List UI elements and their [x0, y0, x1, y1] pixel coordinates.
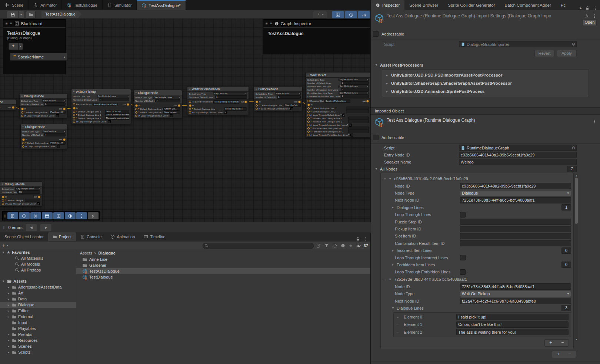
blackboard-field-speakername[interactable]: ❞ SpeakerName ‹: [10, 53, 68, 61]
node-text-field[interactable]: Cmon, don't be like this!: [105, 113, 129, 117]
graph-node-dialoguenode[interactable]: ≡DialogueNodeDefault Line TypeSay One Li…: [254, 86, 303, 111]
port-icon[interactable]: [2, 196, 4, 198]
remove-element-button[interactable]: −: [557, 340, 569, 346]
apply-button[interactable]: Apply: [557, 50, 577, 57]
text-field[interactable]: [460, 240, 571, 246]
expand-arrow-icon[interactable]: ▸: [7, 351, 10, 354]
port-icon[interactable]: [135, 104, 138, 107]
port-icon[interactable]: [189, 104, 191, 107]
tab-scene-object-locator[interactable]: Scene Object Locator: [0, 232, 48, 241]
prev-error-button[interactable]: ◀: [25, 224, 37, 231]
revert-button[interactable]: Revert: [534, 50, 554, 57]
script-object-field[interactable]: RuntimeDialogueGraph⊙: [459, 145, 577, 151]
file-item-annelise[interactable]: Anne Lise: [76, 256, 370, 262]
node-number-field[interactable]: 1: [215, 95, 247, 99]
toolbar-kebab-button[interactable]: [76, 212, 87, 219]
addressable-checkbox[interactable]: [373, 135, 379, 140]
node-checkbox[interactable]: ✓: [349, 124, 352, 127]
toggle-blackboard-button[interactable]: [332, 11, 344, 18]
open-search-window-icon[interactable]: [316, 243, 321, 248]
tree-folder-resources[interactable]: ▸Resources: [0, 337, 76, 343]
node-number-field[interactable]: -55: [17, 191, 40, 194]
port-icon[interactable]: [12, 106, 14, 109]
node-title-bar[interactable]: ≡DialogueNode: [254, 87, 302, 92]
tree-folder-scenes[interactable]: ▸Scenes: [0, 343, 76, 349]
node-text-field[interactable]: Psst boy... W: [49, 141, 66, 145]
drag-handle-icon[interactable]: ‖: [3, 214, 7, 218]
node-text-field[interactable]: Ohhhh yea...: [163, 107, 180, 111]
collapse-icon[interactable]: ▼: [270, 22, 273, 25]
eye-icon[interactable]: [356, 243, 361, 248]
text-field[interactable]: I said pick it up!: [456, 314, 569, 320]
text-field[interactable]: [460, 226, 571, 232]
port-icon[interactable]: [178, 104, 180, 107]
tab-scene[interactable]: Scene: [0, 0, 29, 10]
tab-testdialogue[interactable]: {}TestDialogue: [62, 0, 103, 10]
array-size-field[interactable]: 0: [561, 262, 571, 268]
drag-handle-icon[interactable]: =: [397, 330, 399, 334]
expand-arrow-icon[interactable]: ▸: [7, 333, 10, 336]
array-size-field[interactable]: 0: [561, 247, 571, 254]
collapse-icon[interactable]: ▼: [388, 278, 392, 281]
postprocessor-item[interactable]: ▸UnityEditor.U2D.Animation.SpritePostPro…: [382, 87, 589, 95]
inspector-tab-pc[interactable]: Pc: [556, 0, 570, 10]
port-icon[interactable]: [73, 107, 76, 109]
add-parameter-button[interactable]: +: [9, 43, 18, 50]
node-title-bar[interactable]: ≡DialogueNode: [20, 94, 67, 99]
graph-node-dialoguenode[interactable]: ≡DialogueNodeDefault Line TypeSay One Li…: [20, 124, 67, 149]
port-icon[interactable]: [38, 196, 40, 198]
node-text-field[interactable]: [348, 127, 369, 130]
node-title-bar[interactable]: ≡rtNode: [0, 100, 16, 105]
node-number-field[interactable]: 2: [155, 99, 180, 102]
expand-arrow-icon[interactable]: ▸: [391, 249, 395, 252]
port-icon[interactable]: [298, 101, 301, 103]
tab-simulator[interactable]: Simulator: [103, 0, 137, 10]
text-field[interactable]: [460, 219, 571, 225]
node-title-bar[interactable]: ≡DialogueNode: [21, 124, 67, 129]
node-entry-header[interactable]: =▼c93b5606-401f-49a2-99b5-9ecbf1fa9c29: [381, 175, 573, 182]
text-field[interactable]: The ass is waiting there for you!: [456, 329, 569, 335]
log-filter-icon[interactable]: [341, 243, 345, 248]
object-picker-icon[interactable]: ⊙: [572, 42, 575, 47]
object-field[interactable]: Bonfire (Pickup Item: [324, 100, 350, 103]
node-dropdown[interactable]: Say Multiple Lines: [153, 96, 180, 99]
scroll-up-icon[interactable]: ▲: [574, 174, 578, 177]
type-filter-icon[interactable]: [324, 243, 329, 248]
inspector-tab-batch-component-adder[interactable]: Batch Component Adder: [500, 0, 556, 10]
node-number-field[interactable]: 2: [341, 95, 369, 98]
expand-arrow-icon[interactable]: ▸: [385, 74, 389, 77]
port-icon[interactable]: [21, 108, 24, 110]
graph-node-dialoguenode[interactable]: ≡DialogueNodeDefault Line TypeSay Multip…: [133, 90, 182, 118]
collapse-icon[interactable]: ▼: [10, 22, 13, 25]
text-field[interactable]: c93b5606-401f-49a2-99b5-9ecbf1fa9c29: [459, 152, 577, 158]
node-number-field[interactable]: 2: [341, 88, 369, 91]
checkbox[interactable]: [460, 212, 466, 218]
node-dropdown[interactable]: Say One Line: [42, 99, 66, 102]
scrollbar-thumb[interactable]: [575, 178, 578, 224]
node-number-field[interactable]: 1: [44, 133, 66, 136]
drag-handle-icon[interactable]: =: [384, 277, 386, 281]
expand-arrow-icon[interactable]: ▼: [391, 306, 395, 310]
collapse-icon[interactable]: ▼: [1, 280, 5, 283]
add-parameter-caret[interactable]: ▾: [19, 43, 23, 50]
graph-node-waitoncombination[interactable]: ≡WaitOnCombinationDefault Line TypeSay O…: [187, 86, 249, 115]
array-size-field[interactable]: 1: [561, 204, 571, 210]
node-checkbox[interactable]: [108, 120, 111, 123]
toolbar-doc-button[interactable]: [7, 212, 18, 219]
node-dropdown[interactable]: Say One Line: [275, 92, 301, 95]
node-text-field[interactable]: [348, 117, 369, 120]
scroll-tabs-icon[interactable]: ▸: [580, 6, 582, 10]
graph-node-waitonslot[interactable]: ≡WaitOnSlotDefault Line TypeSay Multiple…: [306, 72, 370, 138]
port-icon[interactable]: [307, 104, 310, 106]
node-checkbox[interactable]: ✓: [37, 202, 40, 205]
tab-console[interactable]: Console: [76, 232, 106, 241]
toggle-graph-inspector-button[interactable]: [345, 11, 357, 18]
inspector-tab-inspector[interactable]: Inspector: [371, 0, 404, 10]
file-item-gardener[interactable]: Gardener: [76, 262, 370, 268]
save-button[interactable]: [7, 11, 19, 18]
collapse-icon[interactable]: ▼: [388, 177, 392, 181]
text-field[interactable]: 7251e73e-38d3-44ff-a8c5-bcf54088aaf1: [460, 283, 571, 290]
nodelist-scrollbar[interactable]: ▲▼: [574, 174, 578, 341]
project-search[interactable]: [203, 243, 314, 249]
expand-arrow-icon[interactable]: ▸: [7, 297, 10, 301]
